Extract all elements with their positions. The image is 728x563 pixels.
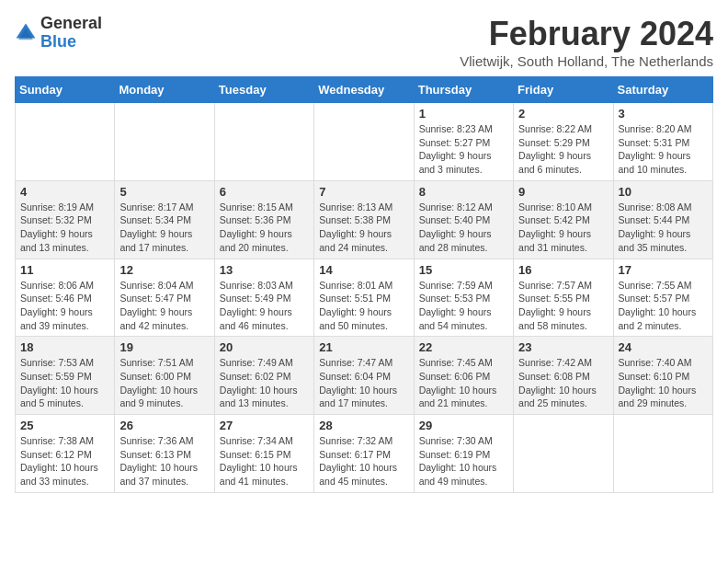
- day-number: 16: [518, 263, 608, 277]
- day-number: 24: [619, 340, 708, 354]
- calendar-cell: [16, 103, 115, 181]
- day-info: Sunrise: 7:59 AMSunset: 5:53 PMDaylight:…: [419, 279, 508, 333]
- calendar-week-row: 1Sunrise: 8:23 AMSunset: 5:27 PMDaylight…: [16, 103, 713, 181]
- day-number: 5: [119, 185, 209, 199]
- day-info: Sunrise: 7:55 AMSunset: 5:57 PMDaylight:…: [619, 279, 708, 333]
- calendar-cell: 15Sunrise: 7:59 AMSunset: 5:53 PMDayligh…: [414, 259, 513, 337]
- calendar-cell: 18Sunrise: 7:53 AMSunset: 5:59 PMDayligh…: [16, 337, 115, 415]
- calendar-cell: 29Sunrise: 7:30 AMSunset: 6:19 PMDayligh…: [414, 415, 513, 493]
- day-info: Sunrise: 7:45 AMSunset: 6:06 PMDaylight:…: [419, 356, 508, 410]
- day-number: 15: [419, 263, 508, 277]
- day-number: 19: [119, 340, 209, 354]
- header-sunday: Sunday: [16, 77, 115, 103]
- calendar-cell: 19Sunrise: 7:51 AMSunset: 6:00 PMDayligh…: [115, 337, 214, 415]
- day-info: Sunrise: 8:08 AMSunset: 5:44 PMDaylight:…: [619, 201, 708, 255]
- day-number: 14: [319, 263, 408, 277]
- calendar-cell: [514, 415, 613, 493]
- calendar-cell: [613, 415, 712, 493]
- calendar-cell: 22Sunrise: 7:45 AMSunset: 6:06 PMDayligh…: [414, 337, 513, 415]
- day-number: 21: [319, 340, 408, 354]
- calendar-week-row: 25Sunrise: 7:38 AMSunset: 6:12 PMDayligh…: [16, 415, 713, 493]
- header-monday: Monday: [115, 77, 214, 103]
- day-info: Sunrise: 7:36 AMSunset: 6:13 PMDaylight:…: [119, 434, 209, 488]
- day-info: Sunrise: 7:30 AMSunset: 6:19 PMDaylight:…: [419, 434, 508, 488]
- day-number: 6: [220, 185, 309, 199]
- day-info: Sunrise: 7:38 AMSunset: 6:12 PMDaylight:…: [20, 434, 109, 488]
- day-info: Sunrise: 7:49 AMSunset: 6:02 PMDaylight:…: [220, 356, 309, 410]
- day-info: Sunrise: 8:23 AMSunset: 5:27 PMDaylight:…: [419, 122, 508, 177]
- day-info: Sunrise: 7:57 AMSunset: 5:55 PMDaylight:…: [518, 279, 608, 333]
- calendar-week-row: 4Sunrise: 8:19 AMSunset: 5:32 PMDaylight…: [16, 180, 713, 259]
- day-number: 7: [319, 185, 408, 199]
- day-number: 18: [20, 340, 109, 354]
- calendar-cell: 28Sunrise: 7:32 AMSunset: 6:17 PMDayligh…: [314, 415, 414, 493]
- day-info: Sunrise: 8:01 AMSunset: 5:51 PMDaylight:…: [319, 279, 408, 333]
- day-info: Sunrise: 7:42 AMSunset: 6:08 PMDaylight:…: [518, 356, 608, 410]
- header-friday: Friday: [514, 77, 613, 103]
- calendar-cell: 24Sunrise: 7:40 AMSunset: 6:10 PMDayligh…: [613, 337, 712, 415]
- calendar-cell: [115, 103, 214, 181]
- day-number: 10: [619, 185, 708, 199]
- calendar-cell: 20Sunrise: 7:49 AMSunset: 6:02 PMDayligh…: [214, 337, 313, 415]
- header-thursday: Thursday: [414, 77, 513, 103]
- calendar-cell: 10Sunrise: 8:08 AMSunset: 5:44 PMDayligh…: [613, 180, 712, 259]
- month-title: February 2024: [460, 15, 713, 53]
- day-number: 26: [119, 419, 209, 432]
- day-number: 9: [518, 185, 608, 199]
- calendar-cell: 21Sunrise: 7:47 AMSunset: 6:04 PMDayligh…: [314, 337, 414, 415]
- calendar-cell: 1Sunrise: 8:23 AMSunset: 5:27 PMDaylight…: [414, 103, 513, 181]
- day-number: 17: [619, 263, 708, 277]
- calendar-table: SundayMondayTuesdayWednesdayThursdayFrid…: [15, 76, 713, 493]
- logo-general: General: [40, 15, 102, 33]
- calendar-cell: 14Sunrise: 8:01 AMSunset: 5:51 PMDayligh…: [314, 259, 414, 337]
- day-info: Sunrise: 7:40 AMSunset: 6:10 PMDaylight:…: [619, 356, 708, 410]
- calendar-cell: [214, 103, 313, 181]
- day-number: 25: [20, 419, 109, 432]
- day-number: 3: [619, 107, 708, 121]
- calendar-cell: 7Sunrise: 8:13 AMSunset: 5:38 PMDaylight…: [314, 180, 414, 259]
- day-info: Sunrise: 7:51 AMSunset: 6:00 PMDaylight:…: [119, 356, 209, 410]
- calendar-cell: [314, 103, 414, 181]
- header-wednesday: Wednesday: [314, 77, 414, 103]
- day-info: Sunrise: 8:12 AMSunset: 5:40 PMDaylight:…: [419, 201, 508, 255]
- day-info: Sunrise: 8:15 AMSunset: 5:36 PMDaylight:…: [220, 201, 309, 255]
- calendar-cell: 11Sunrise: 8:06 AMSunset: 5:46 PMDayligh…: [16, 259, 115, 337]
- day-info: Sunrise: 8:03 AMSunset: 5:49 PMDaylight:…: [220, 279, 309, 333]
- logo: General Blue: [15, 15, 102, 52]
- day-number: 23: [518, 340, 608, 354]
- day-number: 12: [119, 263, 209, 277]
- calendar-header-row: SundayMondayTuesdayWednesdayThursdayFrid…: [16, 77, 713, 103]
- header-saturday: Saturday: [613, 77, 712, 103]
- calendar-cell: 9Sunrise: 8:10 AMSunset: 5:42 PMDaylight…: [514, 180, 613, 259]
- logo-icon: [15, 22, 37, 44]
- page-header: General Blue February 2024 Vlietwijk, So…: [15, 15, 713, 69]
- day-number: 28: [319, 419, 408, 432]
- day-number: 13: [220, 263, 309, 277]
- day-number: 8: [419, 185, 508, 199]
- calendar-cell: 4Sunrise: 8:19 AMSunset: 5:32 PMDaylight…: [16, 180, 115, 259]
- calendar-week-row: 18Sunrise: 7:53 AMSunset: 5:59 PMDayligh…: [16, 337, 713, 415]
- location-title: Vlietwijk, South Holland, The Netherland…: [460, 53, 713, 69]
- day-info: Sunrise: 8:04 AMSunset: 5:47 PMDaylight:…: [119, 279, 209, 333]
- calendar-cell: 12Sunrise: 8:04 AMSunset: 5:47 PMDayligh…: [115, 259, 214, 337]
- day-number: 11: [20, 263, 109, 277]
- calendar-cell: 6Sunrise: 8:15 AMSunset: 5:36 PMDaylight…: [214, 180, 313, 259]
- calendar-cell: 8Sunrise: 8:12 AMSunset: 5:40 PMDaylight…: [414, 180, 513, 259]
- day-number: 4: [20, 185, 109, 199]
- calendar-cell: 23Sunrise: 7:42 AMSunset: 6:08 PMDayligh…: [514, 337, 613, 415]
- day-info: Sunrise: 7:53 AMSunset: 5:59 PMDaylight:…: [20, 356, 109, 410]
- day-number: 29: [419, 419, 508, 432]
- day-info: Sunrise: 7:47 AMSunset: 6:04 PMDaylight:…: [319, 356, 408, 410]
- logo-blue: Blue: [40, 33, 102, 52]
- calendar-cell: 16Sunrise: 7:57 AMSunset: 5:55 PMDayligh…: [514, 259, 613, 337]
- logo-text: General Blue: [40, 15, 102, 52]
- calendar-week-row: 11Sunrise: 8:06 AMSunset: 5:46 PMDayligh…: [16, 259, 713, 337]
- day-info: Sunrise: 8:22 AMSunset: 5:29 PMDaylight:…: [518, 122, 608, 177]
- day-info: Sunrise: 8:20 AMSunset: 5:31 PMDaylight:…: [619, 122, 708, 177]
- day-info: Sunrise: 8:19 AMSunset: 5:32 PMDaylight:…: [20, 201, 109, 255]
- calendar-cell: 2Sunrise: 8:22 AMSunset: 5:29 PMDaylight…: [514, 103, 613, 181]
- day-info: Sunrise: 8:06 AMSunset: 5:46 PMDaylight:…: [20, 279, 109, 333]
- day-number: 20: [220, 340, 309, 354]
- calendar-cell: 27Sunrise: 7:34 AMSunset: 6:15 PMDayligh…: [214, 415, 313, 493]
- calendar-cell: 5Sunrise: 8:17 AMSunset: 5:34 PMDaylight…: [115, 180, 214, 259]
